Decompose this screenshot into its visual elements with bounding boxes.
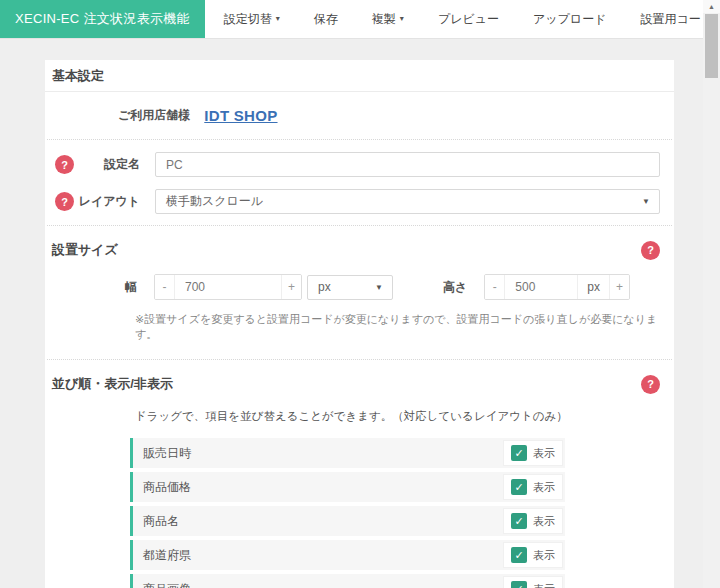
sortable-item[interactable]: 商品画像 ✓ 表示 [130, 574, 565, 588]
section-title-basic: 基本設定 [45, 60, 674, 92]
nav-item-preview[interactable]: プレビュー [421, 0, 516, 38]
sortable-item[interactable]: 都道府県 ✓ 表示 [130, 540, 565, 570]
setting-name-input[interactable] [155, 152, 660, 177]
checkbox-checked-icon[interactable]: ✓ [511, 445, 527, 461]
help-icon[interactable]: ? [641, 241, 660, 260]
drag-hint: ドラッグで、項目を並び替えることができます。（対応しているレイアウトのみ） [135, 409, 660, 424]
scroll-up-icon[interactable]: ▲ [703, 0, 720, 13]
height-increment-button[interactable]: + [610, 275, 629, 299]
width-unit-select[interactable]: px ▼ [307, 275, 393, 300]
section-title-size: 設置サイズ [52, 241, 118, 259]
sortable-item-label: 都道府県 [143, 547, 191, 564]
settings-card: 基本設定 ご利用店舗様 IDT SHOP ? 設定名 ? レイアウト 横手動スク… [45, 60, 674, 588]
dotted-divider [47, 225, 672, 226]
width-input[interactable] [174, 275, 282, 299]
size-controls-row: 幅 - + px ▼ 高さ - px + [45, 274, 660, 300]
dotted-divider [47, 359, 672, 360]
sortable-item-label: 販売日時 [143, 445, 191, 462]
height-stepper: - px + [484, 274, 630, 300]
setting-name-row: ? 設定名 [45, 152, 660, 177]
sortable-item-label: 商品名 [143, 513, 179, 530]
checkbox-checked-icon[interactable]: ✓ [511, 547, 527, 563]
visibility-label: 表示 [533, 446, 555, 461]
sortable-item[interactable]: 販売日時 ✓ 表示 [130, 438, 565, 468]
checkbox-checked-icon[interactable]: ✓ [511, 479, 527, 495]
top-navbar: XECIN-EC 注文状況表示機能 設定切替 ▾ 保存 複製 ▾ プレビュー ア… [0, 0, 703, 39]
caret-down-icon: ▾ [400, 15, 404, 23]
setting-name-label: 設定名 [74, 156, 140, 173]
visibility-chip: ✓ 表示 [503, 440, 563, 466]
nav-item-save[interactable]: 保存 [297, 0, 355, 38]
sortable-item[interactable]: 商品価格 ✓ 表示 [130, 472, 565, 502]
nav-item-label: 保存 [314, 11, 338, 28]
width-unit-value: px [318, 280, 331, 294]
shop-link[interactable]: IDT SHOP [204, 107, 277, 124]
height-unit-label: px [578, 275, 610, 299]
width-decrement-button[interactable]: - [155, 275, 174, 299]
caret-down-icon: ▾ [276, 15, 280, 23]
height-input[interactable] [504, 275, 578, 299]
help-icon[interactable]: ? [55, 155, 74, 174]
nav-menu: 設定切替 ▾ 保存 複製 ▾ プレビュー アップロード 設置用コード [207, 0, 720, 38]
select-caret-icon: ▼ [375, 283, 383, 292]
section-title-order: 並び順・表示/非表示 [52, 375, 173, 393]
app-brand: XECIN-EC 注文状況表示機能 [0, 0, 205, 38]
layout-select[interactable]: 横手動スクロール ▼ [155, 189, 660, 214]
sortable-item-label: 商品画像 [143, 581, 191, 588]
shop-label: ご利用店舗様 [118, 107, 190, 124]
visibility-label: 表示 [533, 480, 555, 495]
height-decrement-button[interactable]: - [485, 275, 504, 299]
layout-label: レイアウト [74, 193, 140, 210]
sortable-item-label: 商品価格 [143, 479, 191, 496]
help-icon[interactable]: ? [55, 192, 74, 211]
checkbox-checked-icon[interactable]: ✓ [511, 581, 527, 588]
visibility-chip: ✓ 表示 [503, 576, 563, 588]
nav-item-upload[interactable]: アップロード [516, 0, 623, 38]
visibility-label: 表示 [533, 514, 555, 529]
size-change-note: ※設置サイズを変更すると設置用コードが変更になりますので、設置用コードの張り直し… [135, 312, 660, 342]
width-increment-button[interactable]: + [282, 275, 301, 299]
dotted-divider [47, 139, 672, 140]
help-icon[interactable]: ? [641, 375, 660, 394]
section-head-order: 並び順・表示/非表示 ? [45, 373, 674, 395]
nav-item-duplicate[interactable]: 複製 ▾ [355, 0, 421, 38]
height-label: 高さ [443, 279, 467, 296]
nav-item-label: 複製 [372, 11, 396, 28]
layout-row: ? レイアウト 横手動スクロール ▼ [45, 189, 660, 214]
nav-item-label: アップロード [533, 11, 606, 28]
scrollbar-thumb[interactable] [705, 14, 718, 78]
vertical-scrollbar[interactable]: ▲ [703, 0, 720, 588]
app-window: XECIN-EC 注文状況表示機能 設定切替 ▾ 保存 複製 ▾ プレビュー ア… [0, 0, 720, 588]
section-head-size: 設置サイズ ? [45, 239, 674, 261]
nav-item-label: 設定切替 [224, 11, 272, 28]
visibility-chip: ✓ 表示 [503, 508, 563, 534]
checkbox-checked-icon[interactable]: ✓ [511, 513, 527, 529]
sortable-list: 販売日時 ✓ 表示 商品価格 ✓ 表示 商品名 ✓ 表示 都道府県 ✓ 表示 商… [130, 438, 565, 588]
select-caret-icon: ▼ [642, 197, 650, 206]
width-stepper: - + [154, 274, 302, 300]
visibility-chip: ✓ 表示 [503, 474, 563, 500]
nav-item-settings-switch[interactable]: 設定切替 ▾ [207, 0, 297, 38]
layout-select-value: 横手動スクロール [166, 193, 263, 210]
shop-row: ご利用店舗様 IDT SHOP [45, 92, 674, 139]
visibility-label: 表示 [533, 548, 555, 563]
width-label: 幅 [45, 279, 137, 296]
visibility-label: 表示 [533, 582, 555, 588]
visibility-chip: ✓ 表示 [503, 542, 563, 568]
sortable-item[interactable]: 商品名 ✓ 表示 [130, 506, 565, 536]
nav-item-label: プレビュー [438, 11, 499, 28]
